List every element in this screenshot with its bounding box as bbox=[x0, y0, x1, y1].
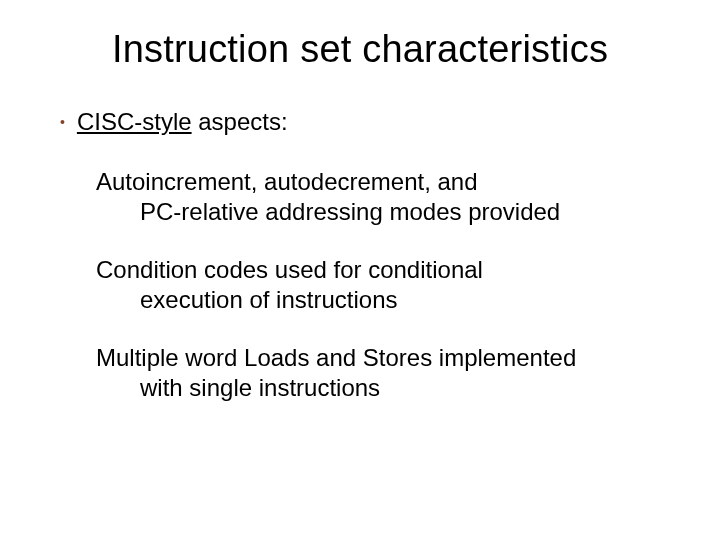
content-block: Multiple word Loads and Stores implement… bbox=[96, 343, 670, 403]
bullet-underlined: CISC-style bbox=[77, 108, 192, 135]
block-line-1: Multiple word Loads and Stores implement… bbox=[96, 343, 670, 373]
bullet-rest: aspects: bbox=[192, 108, 288, 135]
block-line-2: with single instructions bbox=[140, 373, 670, 403]
block-line-2: PC-relative addressing modes provided bbox=[140, 197, 670, 227]
content-block: Autoincrement, autodecrement, and PC-rel… bbox=[96, 167, 670, 227]
block-line-2: execution of instructions bbox=[140, 285, 670, 315]
bullet-text: CISC-style aspects: bbox=[77, 107, 288, 137]
bullet-item: • CISC-style aspects: bbox=[60, 107, 670, 137]
slide: Instruction set characteristics • CISC-s… bbox=[0, 0, 720, 540]
bullet-dot-icon: • bbox=[60, 107, 65, 137]
content-block: Condition codes used for conditional exe… bbox=[96, 255, 670, 315]
slide-title: Instruction set characteristics bbox=[50, 28, 670, 71]
block-line-1: Autoincrement, autodecrement, and bbox=[96, 167, 670, 197]
block-line-1: Condition codes used for conditional bbox=[96, 255, 670, 285]
